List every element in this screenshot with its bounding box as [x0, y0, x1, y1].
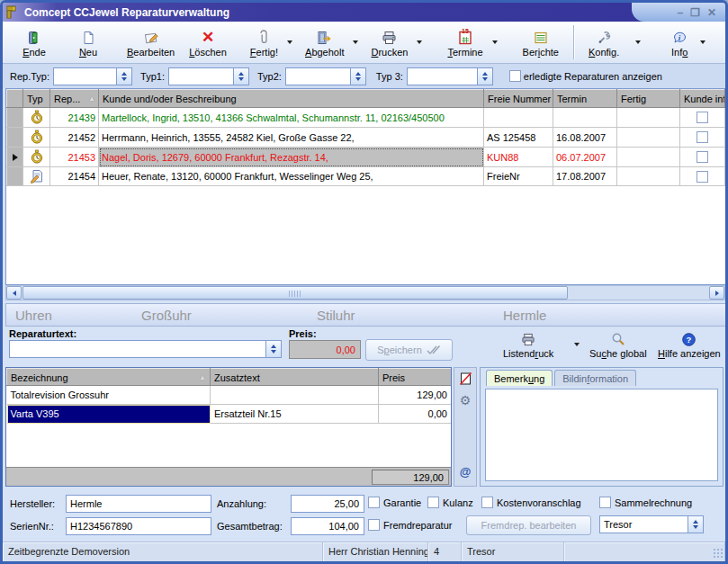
grid-header-rep[interactable]: ▲Rep...: [50, 90, 99, 108]
garantie-checkbox[interactable]: [368, 497, 380, 508]
category-hermle[interactable]: Hermle: [503, 308, 546, 323]
tab-bildinformation[interactable]: Bildinformation: [554, 370, 636, 386]
kulanz-checkbox[interactable]: [427, 497, 439, 508]
table-row-selected[interactable]: 21453 Nagel, Doris, 12679, 60000 Frankfu…: [7, 148, 725, 167]
sammelrechnung-checkbox[interactable]: [599, 497, 611, 508]
garantie-checkbox-row[interactable]: Garantie: [368, 497, 421, 508]
typ2-spin-icon[interactable]: [350, 68, 365, 85]
seriennr-label: SerienNr.:: [10, 521, 54, 532]
grid-header-fertig[interactable]: Fertig: [617, 90, 680, 108]
category-grossuhr[interactable]: Großuhr: [141, 308, 192, 323]
drucken-button[interactable]: Drucken: [364, 23, 415, 61]
loeschen-button[interactable]: ✕ Löschen: [182, 23, 234, 61]
positions-header-bezeichnung[interactable]: ▲Bezeichnung: [7, 369, 211, 386]
rep-typ-spin-icon[interactable]: [116, 68, 131, 85]
kostenvoranschlag-checkbox[interactable]: [481, 497, 493, 508]
kunde-informiert-checkbox[interactable]: [680, 148, 725, 167]
at-icon[interactable]: @: [460, 465, 472, 479]
konfig-button[interactable]: Konfig.: [581, 23, 626, 61]
reparaturtext-combo[interactable]: [9, 340, 282, 358]
gear-icon[interactable]: ⚙: [460, 393, 472, 407]
scrollbar-thumb[interactable]: [22, 286, 568, 300]
grid-hscrollbar[interactable]: [5, 285, 725, 300]
kulanz-checkbox-row[interactable]: Kulanz: [427, 497, 473, 508]
table-row[interactable]: 21454 Heuer, Renate, 13120, 60000 Frankf…: [7, 167, 725, 186]
typ1-spin-icon[interactable]: [233, 68, 248, 85]
resize-grip-icon[interactable]: [713, 548, 724, 559]
drucken-dropdown-icon[interactable]: [417, 40, 422, 44]
anzahlung-field[interactable]: 25,00: [291, 495, 364, 513]
grid-header-freie-nummer[interactable]: Freie Nummer: [484, 90, 553, 108]
delete-x-icon: ✕: [202, 27, 214, 45]
position-row[interactable]: Totalrevision Grossuhr 129,00: [7, 386, 452, 405]
category-stiluhr[interactable]: Stiluhr: [317, 308, 355, 323]
positions-header-preis[interactable]: Preis: [379, 369, 452, 386]
speichern-label: Speichern: [377, 345, 422, 355]
fremdreparatur-checkbox[interactable]: [368, 519, 380, 531]
show-done-checkbox[interactable]: [509, 70, 521, 82]
fremdreparatur-checkbox-row[interactable]: Fremdreparatur: [368, 519, 452, 531]
abgeholt-dropdown-icon[interactable]: [353, 40, 358, 44]
minimize-icon[interactable]: –: [677, 7, 683, 18]
kunde-informiert-checkbox[interactable]: [680, 108, 725, 128]
kunde-informiert-checkbox[interactable]: [680, 167, 725, 186]
tresor-spin-icon[interactable]: [688, 516, 703, 533]
kunde-text: Nagel, Doris, 12679, 60000 Frankfurt, Re…: [99, 148, 484, 167]
kulanz-label: Kulanz: [443, 497, 473, 508]
no-edit-icon[interactable]: [459, 372, 472, 386]
maximize-icon[interactable]: ❒: [690, 7, 700, 18]
ende-button[interactable]: Ende: [15, 23, 53, 61]
position-row-selected[interactable]: Varta V395 Ersatzteil Nr.15 0,00: [7, 405, 452, 424]
sammelrechnung-label: Sammelrechnung: [615, 497, 692, 508]
bemerkung-textarea[interactable]: [485, 389, 718, 481]
typ3-spin-icon[interactable]: [477, 68, 492, 85]
info-dropdown-icon[interactable]: [700, 40, 706, 44]
category-uhren[interactable]: Uhren: [15, 308, 52, 323]
table-row[interactable]: 21439 Martellock, Ingrid, 13510, 41366 S…: [7, 108, 725, 128]
fertig-button[interactable]: Fertig!: [243, 23, 285, 61]
typ2-combo[interactable]: [285, 67, 366, 85]
kostenvoranschlag-checkbox-row[interactable]: Kostenvoranschlag: [481, 497, 581, 508]
gesamtbetrag-field[interactable]: 104,00: [291, 517, 364, 535]
kunde-informiert-checkbox[interactable]: [680, 128, 725, 148]
listendruck-button[interactable]: Listendruck: [503, 330, 553, 359]
hersteller-field[interactable]: Hermle: [66, 495, 211, 513]
rep-typ-combo[interactable]: [53, 67, 132, 85]
grid-header-kunde-informiert[interactable]: Kunde informiert: [680, 90, 725, 108]
termine-dropdown-icon[interactable]: [492, 40, 498, 44]
scroll-right-icon[interactable]: [709, 286, 724, 300]
sammelrechnung-checkbox-row[interactable]: Sammelrechnung: [599, 497, 692, 508]
grid-header-kunde[interactable]: Kunde und/oder Beschreibung: [99, 90, 484, 108]
grid-header-termin[interactable]: Termin: [553, 90, 617, 108]
neu-button[interactable]: Neu: [69, 23, 107, 61]
termine-button[interactable]: 15 Termine: [440, 23, 490, 61]
scroll-left-icon[interactable]: [6, 286, 22, 300]
watch-icon: [23, 128, 50, 148]
positions-header-row: ▲Bezeichnung Zusatztext Preis: [7, 369, 452, 386]
berichte-button[interactable]: Berichte: [516, 23, 566, 61]
bearbeiten-button[interactable]: Bearbeiten: [120, 23, 182, 61]
seriennr-field[interactable]: H1234567890: [66, 517, 211, 535]
listendruck-dropdown-icon[interactable]: [574, 343, 580, 346]
positions-header-zusatztext[interactable]: Zusatztext: [211, 369, 379, 386]
konfig-dropdown-icon[interactable]: [635, 40, 641, 44]
fertig-cell: [617, 167, 680, 186]
tresor-combo[interactable]: Tresor: [599, 515, 704, 533]
termine-label: Termine: [447, 47, 482, 58]
tab-bemerkung[interactable]: Bemerkung: [486, 370, 553, 386]
speichern-button[interactable]: Speichern: [365, 339, 453, 361]
info-button[interactable]: i Info: [661, 23, 698, 61]
fremdrep-bearbeiten-button[interactable]: Fremdrep. bearbeiten: [466, 515, 591, 535]
suche-global-button[interactable]: Suche global: [589, 330, 647, 359]
reparaturtext-spin-icon[interactable]: [265, 341, 281, 357]
typ3-value: [408, 68, 477, 85]
close-icon[interactable]: ✕: [707, 7, 716, 18]
table-row[interactable]: 21452 Herrmann, Heinrich, 13555, 24582 K…: [7, 128, 725, 148]
abgeholt-button[interactable]: Abgeholt: [298, 23, 351, 61]
grid-header-typ[interactable]: Typ: [23, 90, 50, 108]
hilfe-anzeigen-button[interactable]: ? Hilfe anzeigen: [658, 330, 721, 359]
typ1-combo[interactable]: [168, 67, 249, 85]
typ3-combo[interactable]: [407, 67, 493, 85]
positions-sum-value: 129,00: [372, 470, 449, 485]
fertig-dropdown-icon[interactable]: [287, 40, 292, 44]
